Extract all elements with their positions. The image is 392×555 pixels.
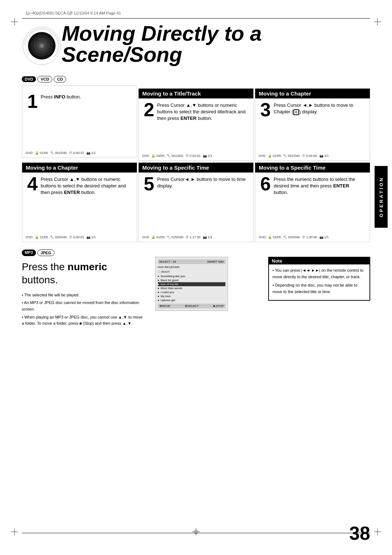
dvd-mockup: SELECT : 03 SMART NAV DVD RECEIVER ⬚ ROO… <box>155 257 228 311</box>
track-5: ▸I need you <box>158 290 225 294</box>
track-4: ▸More than words <box>158 286 225 290</box>
cd-badge: CD <box>54 76 66 82</box>
track-3-selected: ▸love of my life <box>158 282 225 286</box>
svg-point-7 <box>41 45 43 47</box>
bullet-1: The selected file will be played. <box>22 292 144 299</box>
dvd-badge: DVD <box>22 76 36 82</box>
step3-text: Press Cursor ◄,► buttons to move to Chap… <box>260 102 365 115</box>
vcd-badge: VCD <box>37 76 52 82</box>
reg-mark-tr <box>374 18 381 27</box>
note-container: Note You can press |◄◄ ►►| on the remote… <box>268 250 370 328</box>
step6-box: Moving to a Specific Time 6 Press the nu… <box>255 162 370 242</box>
step1-text: Press INFO button. <box>27 94 132 100</box>
mp3-badge: MP3 <box>22 250 36 256</box>
note-list: You can press |◄◄ ►►| on the remote cont… <box>273 267 366 295</box>
track-1: ▸Something like you <box>158 274 225 278</box>
step5-number: 5 <box>144 174 154 193</box>
bullet-2: An MP3 or JPEG disc cannot be moved from… <box>22 300 144 312</box>
step5-header: Moving to a Specific Time <box>139 163 253 173</box>
bullet-list: The selected file will be played. An MP3… <box>22 292 144 327</box>
step6-status: DVD🔒 01/05🔧 025/040⏱ 1:30:00📷 1/1 <box>255 235 370 239</box>
step1-number: 1 <box>27 92 38 111</box>
page-title: Moving Directly to a Scene/Song <box>62 23 370 65</box>
center-reg-mark <box>192 528 200 537</box>
step4-header: Moving to a Chapter <box>22 163 137 173</box>
reg-mark-tl <box>11 18 18 27</box>
track-7: ▸Uptown girl <box>158 298 225 302</box>
title-area: 1010101010101010101010101010101010101010… <box>22 23 370 65</box>
note-bullet-1: You can press |◄◄ ►►| on the remote cont… <box>273 267 366 280</box>
step6-number: 6 <box>260 174 271 193</box>
step3-number: 3 <box>260 100 271 119</box>
bottom-section: MP3 JPEG Press the numericbuttons. The s… <box>22 250 370 328</box>
note-header: Note <box>269 258 369 264</box>
dvd-mockup-container: SELECT : 03 SMART NAV DVD RECEIVER ⬚ ROO… <box>155 250 257 328</box>
step4-status: DVD🔒 21/05🔧 025/040⏱ 0:00:01📷 1/1 <box>22 235 137 239</box>
step2-status: DVD🔒 03/05🔧 001/002⏱ 0:02:01📷 1/1 <box>139 154 253 158</box>
step2-box: Moving to a Title/Track 2 Press Cursor ▲… <box>138 76 254 161</box>
step1-status: DVD🔒 01/05🔧 001/040⏱ 0:00:37📷 1/1 <box>22 151 137 155</box>
step3-status: DVD🔒 01/05🔧 001/040⏱ 0:00:00📷 1/1 <box>255 154 370 158</box>
step6-header: Moving to a Specific Time <box>255 163 370 173</box>
dvd-mockup-footer: ⊕MOVE⊕SELECT■ STOP <box>158 304 225 308</box>
reg-mark-bl <box>11 528 18 537</box>
track-2: ▸Back for good <box>158 278 225 282</box>
step5-status: DVD🔒 01/05🔧 025/040⏱ 1:17:30📷 1/1 <box>139 235 253 239</box>
step4-box: Moving to a Chapter 4 Press Cursor ▲,▼ b… <box>22 162 137 242</box>
step4-text: Press Cursor ▲,▼ buttons or numeric butt… <box>27 176 132 196</box>
step6-text: Press the numeric buttons to select the … <box>260 176 365 196</box>
step2-header: Moving to a Title/Track <box>139 89 253 98</box>
bottom-left: MP3 JPEG Press the numericbuttons. The s… <box>22 250 144 328</box>
title-icon: 1010101010101010101010101010101010101010… <box>22 26 58 62</box>
note-bullet-2: Depending on the disc, you may not be ab… <box>273 282 366 295</box>
bullet-3: When playing an MP3 or JPEG disc, you ca… <box>22 314 144 327</box>
step3-header: Moving to a Chapter <box>255 89 370 98</box>
step4-number: 4 <box>27 174 38 193</box>
note-box: Note You can press |◄◄ ►►| on the remote… <box>268 257 370 301</box>
jpeg-badge: JPEG <box>37 250 54 256</box>
step1-box: DVD VCD CD 1 Press INFO button. DVD🔒 01/… <box>22 76 137 161</box>
dvd-mockup-header: SELECT : 03 SMART NAV <box>158 259 225 264</box>
page-number: 38 <box>349 522 370 544</box>
step3-box: Moving to a Chapter 3 Press Cursor ◄,► b… <box>255 76 370 161</box>
press-numeric-text: Press the numericbuttons. <box>22 260 144 287</box>
step2-number: 2 <box>144 100 154 119</box>
step2-text: Press Cursor ▲,▼ buttons or numeric butt… <box>144 102 248 122</box>
step5-text: Press Cursor◄,► buttons to move to time … <box>144 176 248 189</box>
reg-mark-br <box>374 528 381 537</box>
operation-tab: OPERATION <box>375 166 388 228</box>
track-6: ▸My love <box>158 294 225 298</box>
meta-header: 1p~40p(DS400)-SECA GB 11/10/04 9:14 AM P… <box>25 11 370 15</box>
step5-box: Moving to a Specific Time 5 Press Cursor… <box>138 162 254 242</box>
